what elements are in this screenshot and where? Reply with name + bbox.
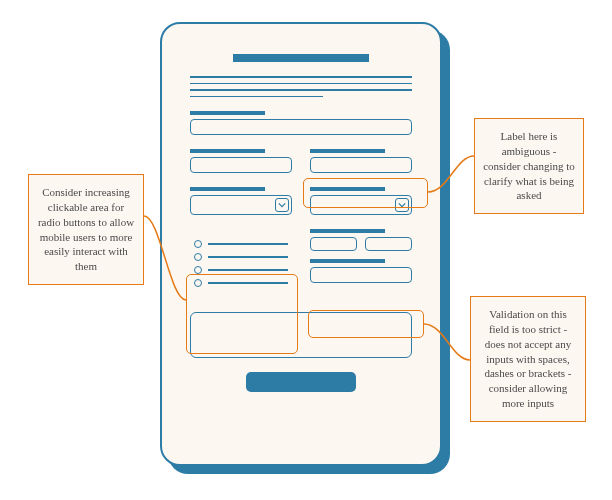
radio-icon bbox=[194, 253, 202, 261]
radio-icon bbox=[194, 266, 202, 274]
select-dropdown-button[interactable] bbox=[275, 198, 289, 212]
textarea-input[interactable] bbox=[190, 312, 412, 358]
radio-label-line bbox=[208, 269, 288, 271]
radio-label-line bbox=[208, 282, 288, 284]
field-label bbox=[190, 149, 265, 153]
field-label bbox=[310, 229, 385, 233]
submit-button[interactable] bbox=[246, 372, 356, 392]
intro-line bbox=[190, 96, 323, 98]
text-input-small[interactable] bbox=[310, 237, 357, 251]
select-dropdown-button[interactable] bbox=[395, 198, 409, 212]
radio-option[interactable] bbox=[194, 266, 288, 274]
radio-icon bbox=[194, 279, 202, 287]
field-label bbox=[310, 259, 385, 263]
field-label-ambiguous bbox=[310, 149, 385, 153]
form-wireframe-device bbox=[160, 22, 442, 466]
text-input-small[interactable] bbox=[365, 237, 412, 251]
radio-group bbox=[190, 229, 292, 298]
field-label bbox=[190, 187, 265, 191]
radio-label-line bbox=[208, 256, 288, 258]
select-input[interactable] bbox=[310, 195, 412, 215]
annotation-note-label: Label here is ambiguous - consider chang… bbox=[474, 118, 584, 214]
annotation-note-validation: Validation on this field is too strict -… bbox=[470, 296, 586, 422]
annotation-note-radios: Consider increasing clickable area for r… bbox=[28, 174, 144, 285]
text-input[interactable] bbox=[190, 157, 292, 173]
form-title-bar bbox=[233, 54, 369, 62]
text-input[interactable] bbox=[310, 157, 412, 173]
select-input[interactable] bbox=[190, 195, 292, 215]
radio-option[interactable] bbox=[194, 253, 288, 261]
field-label bbox=[190, 111, 265, 115]
text-input-strict-validation[interactable] bbox=[310, 267, 412, 283]
radio-option[interactable] bbox=[194, 279, 288, 287]
field-label bbox=[310, 187, 385, 191]
radio-option[interactable] bbox=[194, 240, 288, 248]
radio-icon bbox=[194, 240, 202, 248]
chevron-down-icon bbox=[398, 201, 406, 209]
intro-line bbox=[190, 89, 412, 91]
intro-line bbox=[190, 76, 412, 78]
chevron-down-icon bbox=[278, 201, 286, 209]
intro-line bbox=[190, 83, 412, 85]
radio-label-line bbox=[208, 243, 288, 245]
text-input[interactable] bbox=[190, 119, 412, 135]
